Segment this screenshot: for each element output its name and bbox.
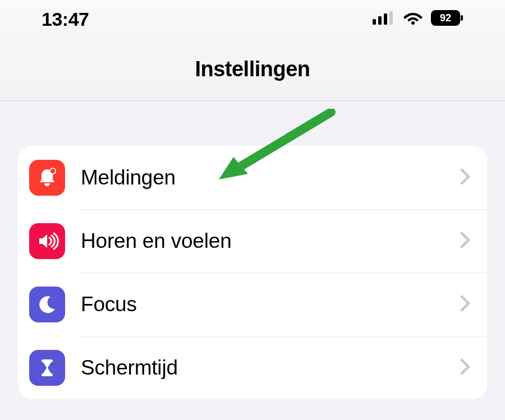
settings-row-focus[interactable]: Focus — [18, 273, 487, 336]
chevron-right-icon — [460, 295, 470, 314]
battery-percent-text: 92 — [440, 12, 451, 24]
settings-row-label: Schermtijd — [81, 356, 460, 380]
svg-rect-3 — [389, 11, 393, 25]
settings-row-sounds[interactable]: Horen en voelen — [18, 209, 487, 273]
chevron-right-icon — [460, 232, 470, 251]
svg-point-4 — [411, 21, 415, 25]
wifi-icon — [403, 11, 423, 27]
svg-rect-10 — [42, 373, 53, 376]
svg-rect-9 — [42, 359, 53, 362]
navigation-bar: Instellingen — [0, 38, 505, 101]
chevron-right-icon — [460, 168, 470, 187]
speaker-icon — [29, 223, 65, 259]
settings-content: Meldingen Horen en voelen — [0, 101, 505, 420]
svg-rect-1 — [378, 16, 382, 25]
settings-group: Meldingen Horen en voelen — [18, 146, 487, 399]
settings-row-label: Focus — [81, 293, 460, 316]
status-bar: 13:47 92 — [0, 0, 505, 38]
hourglass-icon — [29, 350, 65, 386]
svg-rect-6 — [461, 15, 463, 21]
settings-row-label: Horen en voelen — [81, 229, 460, 253]
bell-badge-icon — [29, 160, 65, 196]
settings-row-screentime[interactable]: Schermtijd — [18, 336, 487, 399]
status-indicators: 92 — [373, 10, 463, 28]
moon-icon — [29, 287, 65, 322]
svg-rect-0 — [373, 19, 376, 25]
chevron-right-icon — [460, 358, 470, 377]
cellular-signal-icon — [373, 11, 395, 27]
settings-row-label: Meldingen — [81, 166, 460, 190]
page-title: Instellingen — [195, 57, 310, 81]
status-time: 13:47 — [42, 8, 89, 30]
settings-row-notifications[interactable]: Meldingen — [18, 146, 487, 209]
svg-point-8 — [50, 168, 55, 173]
battery-indicator: 92 — [431, 10, 463, 28]
svg-rect-2 — [384, 13, 387, 25]
